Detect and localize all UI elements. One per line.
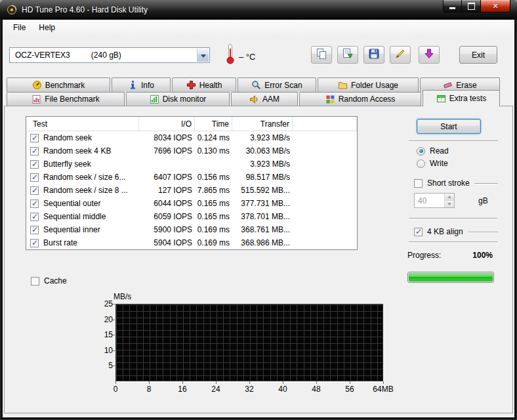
tab-benchmark[interactable]: Benchmark [7, 77, 110, 92]
short-stroke-label: Short stroke [427, 178, 470, 188]
tab-label: Benchmark [45, 81, 85, 90]
x-tick-label: 32 [236, 385, 262, 394]
tab-random-access[interactable]: Random Access [299, 92, 421, 106]
y-tick-mark [112, 366, 115, 366]
read-radio[interactable] [417, 147, 425, 156]
align-label: 4 KB align [427, 227, 463, 236]
align-checkbox[interactable] [414, 228, 423, 236]
table-row[interactable]: Burst rate 5904 IOPS 0.169 ms 368.986 MB… [26, 236, 357, 249]
tab-disk-monitor[interactable]: Disk monitor [126, 92, 230, 106]
row-checkbox[interactable] [30, 200, 39, 208]
tab-aam[interactable]: AAM [231, 92, 298, 106]
tab-label: Erase [456, 81, 476, 90]
row-checkbox[interactable] [30, 239, 39, 247]
menu-file[interactable]: File [7, 21, 32, 34]
y-tick-label: 25 [96, 299, 113, 308]
window-controls [443, 0, 510, 12]
health-cross-icon [186, 80, 196, 90]
read-label: Read [430, 146, 449, 156]
tab-file-benchmark[interactable]: File Benchmark [7, 92, 125, 106]
row-checkbox[interactable] [30, 186, 39, 195]
drive-capacity: (240 gB) [91, 51, 121, 60]
y-tick-mark [112, 335, 115, 335]
random-access-icon [325, 94, 335, 104]
copy-image-icon [342, 48, 354, 62]
chart-plot-area [115, 304, 383, 381]
column-empty [293, 117, 357, 131]
table-row[interactable]: Random seek / size 6... 6407 IOPS 0.156 … [26, 171, 357, 184]
cache-checkbox[interactable] [31, 277, 39, 285]
column-time[interactable]: Time [195, 117, 232, 131]
column-io[interactable]: I/O [139, 117, 195, 131]
io-value: 7696 IOPS [139, 146, 195, 156]
spin-up-icon[interactable] [445, 194, 454, 201]
save-button[interactable] [363, 46, 384, 64]
table-row[interactable]: Random seek / size 8 ... 127 IOPS 7.865 … [26, 184, 357, 197]
tab-folder-usage[interactable]: Folder Usage [318, 77, 419, 92]
transfer-value: 368.986 MB... [232, 238, 293, 247]
y-tick-label: 5 [96, 361, 113, 370]
menu-help[interactable]: Help [32, 21, 62, 34]
short-stroke-size-value[interactable]: 40 [415, 194, 444, 207]
row-checkbox[interactable] [30, 134, 39, 142]
align-row: 4 KB align [414, 227, 463, 236]
io-value: 6044 IOPS [139, 199, 195, 208]
y-tick-mark [112, 320, 115, 320]
folder-icon [338, 80, 348, 90]
transfer-value: 515.592 MB... [232, 186, 293, 195]
short-stroke-checkbox[interactable] [414, 179, 423, 188]
short-stroke-size-field[interactable]: 40 [414, 193, 455, 208]
row-checkbox[interactable] [30, 147, 39, 156]
row-checkbox[interactable] [30, 213, 39, 221]
close-button[interactable] [480, 0, 510, 12]
io-value: 6407 IOPS [139, 173, 195, 182]
table-row[interactable]: Random seek 8034 IOPS 0.124 ms 3.923 MB/… [26, 131, 357, 144]
menubar: File Help [3, 20, 514, 35]
column-test[interactable]: Test [26, 117, 139, 131]
tab-health[interactable]: Health [172, 77, 236, 92]
x-tick-mark [149, 381, 150, 384]
short-stroke-row: Short stroke [414, 178, 470, 188]
time-value: 0.169 ms [195, 238, 232, 247]
progress-label: Progress: [407, 251, 441, 260]
test-name: Random seek / size 8 ... [43, 186, 128, 195]
y-tick-label: 10 [96, 346, 113, 355]
row-checkbox[interactable] [30, 226, 39, 234]
maximize-button[interactable] [462, 0, 480, 12]
drive-select[interactable]: OCZ-VERTEX3 (240 gB) [9, 47, 210, 63]
app-icon [7, 5, 17, 15]
transfer-value: 98.517 MB/s [232, 173, 293, 182]
progress-value: 100% [472, 251, 493, 260]
table-row[interactable]: Sequential inner 5900 IOPS 0.169 ms 368.… [26, 223, 357, 236]
separator [474, 183, 498, 184]
magnifier-icon [251, 80, 261, 90]
copy-button[interactable] [311, 46, 332, 64]
tab-error-scan[interactable]: Error Scan [238, 77, 316, 92]
options-button[interactable] [390, 46, 411, 64]
table-row[interactable]: Random seek 4 KB 7696 IOPS 0.130 ms 30.0… [26, 144, 357, 158]
row-checkbox[interactable] [30, 160, 39, 169]
temperature-value: – °C [239, 52, 255, 62]
row-checkbox[interactable] [30, 173, 39, 182]
copy-image-button[interactable] [337, 46, 358, 64]
minimize-button[interactable] [443, 0, 462, 12]
table-row[interactable]: Sequential outer 6044 IOPS 0.165 ms 377.… [26, 197, 357, 210]
thermometer-icon [225, 43, 236, 64]
test-name: Butterfly seek [43, 159, 91, 169]
y-tick-label: 20 [96, 315, 113, 324]
start-button[interactable]: Start [417, 119, 481, 134]
table-row[interactable]: Butterfly seek 3.923 MB/s [26, 158, 357, 171]
disk-monitor-icon [150, 94, 159, 104]
x-tick-mark [249, 381, 250, 384]
info-icon [128, 80, 138, 90]
tab-extra-tests[interactable]: Extra tests [423, 90, 500, 106]
tab-info[interactable]: Info [112, 77, 171, 92]
brush-icon [394, 48, 406, 62]
exit-button[interactable]: Exit [459, 46, 497, 64]
spin-down-icon[interactable] [445, 201, 454, 207]
tab-label: Disk monitor [163, 94, 207, 104]
column-transfer[interactable]: Transfer [232, 117, 293, 131]
table-row[interactable]: Sequential middle 6059 IOPS 0.165 ms 378… [26, 210, 357, 223]
update-button[interactable] [419, 46, 440, 64]
write-radio[interactable] [417, 159, 425, 168]
